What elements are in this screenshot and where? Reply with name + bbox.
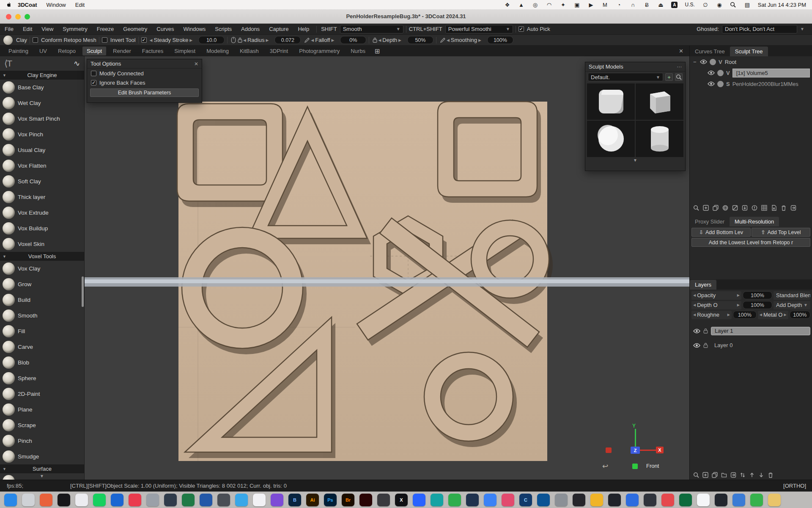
tool-item-vox-flatten[interactable]: Vox Flatten: [0, 158, 84, 174]
zoom-window-button[interactable]: [25, 14, 30, 19]
pencil-icon[interactable]: [440, 37, 446, 43]
menu-file[interactable]: File: [0, 26, 18, 32]
tool-item-vox-pinch[interactable]: Vox Pinch: [0, 127, 84, 142]
ignore-back-faces-checkbox[interactable]: ✓: [91, 80, 96, 86]
tool-item-vox-extrude[interactable]: Vox Extrude: [0, 205, 84, 221]
tree-row-volume5[interactable]: V [1x] Volume5: [690, 67, 812, 78]
minimize-window-button[interactable]: [15, 14, 21, 19]
layer-name[interactable]: Layer 0: [711, 340, 810, 350]
file-x-icon[interactable]: [771, 205, 777, 211]
chevron-down-icon[interactable]: ▼: [800, 27, 804, 31]
dock-app-icon[interactable]: [359, 494, 372, 506]
import-icon[interactable]: [742, 205, 748, 211]
blend-mode-select[interactable]: Standard Blend▼: [774, 291, 810, 300]
headphones-icon[interactable]: ∩: [629, 2, 636, 8]
spotlight-icon[interactable]: [730, 2, 737, 8]
tool-item-pinch[interactable]: Pinch: [0, 433, 84, 449]
apple-menu-icon[interactable]: [6, 2, 12, 8]
section-header-voxel-tools[interactable]: ▼Voxel Tools: [0, 252, 84, 261]
dock-app-icon[interactable]: C: [519, 494, 532, 506]
bluetooth-icon[interactable]: Ƀ: [643, 2, 650, 8]
visibility-eye-icon[interactable]: [693, 343, 700, 348]
tab-kitbash[interactable]: KitBash: [236, 47, 263, 55]
tab-retopo[interactable]: Retopo: [54, 47, 80, 55]
dock-app-icon[interactable]: [22, 494, 35, 506]
falloff-curve-icon[interactable]: [304, 37, 310, 43]
add-top-level-button[interactable]: ⇧Add Top Level: [752, 228, 811, 237]
arc-icon[interactable]: ◠: [546, 2, 552, 8]
layer-name[interactable]: Layer 1: [711, 327, 810, 335]
tool-item-build[interactable]: Build: [0, 292, 84, 308]
menu-edit[interactable]: Edit: [18, 26, 37, 32]
dock-app-icon[interactable]: Br: [342, 494, 354, 506]
layer-row[interactable]: Layer 1: [690, 324, 812, 337]
tool-item-thick-layer[interactable]: Thick layer: [0, 189, 84, 205]
search-icon[interactable]: [693, 205, 699, 211]
menu-symmetry[interactable]: Symmetry: [58, 26, 92, 32]
tab-painting[interactable]: Painting: [4, 47, 33, 55]
lock-icon[interactable]: [703, 328, 708, 334]
trash-icon[interactable]: [781, 205, 787, 211]
lock-icon[interactable]: [373, 37, 377, 43]
export-icon[interactable]: [730, 472, 736, 478]
tab-proxy-slider[interactable]: Proxy Slider: [690, 217, 730, 226]
collapse-icon[interactable]: −: [693, 59, 697, 65]
dock-app-icon[interactable]: Ps: [324, 494, 337, 506]
dock-app-icon[interactable]: [502, 494, 514, 506]
copy-icon[interactable]: [712, 472, 718, 478]
macos-menu-item[interactable]: Window: [47, 2, 66, 8]
window-titlebar[interactable]: PenHolderResampleBug.3b* - 3DCoat 2024.3…: [0, 9, 812, 24]
volume-color-swatch[interactable]: [717, 81, 724, 87]
tab-modeling[interactable]: Modeling: [202, 47, 233, 55]
tab-nurbs[interactable]: Nurbs: [346, 47, 370, 55]
roughness-value[interactable]: 100%: [733, 311, 757, 319]
menu-view[interactable]: View: [37, 26, 58, 32]
dock-app-icon[interactable]: [555, 494, 568, 506]
model-thumb-cylinder[interactable]: [636, 121, 683, 157]
axis-z-handle[interactable]: Z: [631, 447, 640, 454]
input-source-label[interactable]: U.S.: [685, 2, 694, 8]
depth-opacity-value[interactable]: 100%: [743, 301, 772, 309]
visibility-eye-icon[interactable]: [708, 70, 715, 75]
control-center-icon[interactable]: ▤: [744, 2, 751, 8]
smoothing-value[interactable]: 100%: [487, 36, 513, 44]
tab-sculpt-tree[interactable]: Sculpt Tree: [730, 47, 768, 56]
dock-app-icon[interactable]: [626, 494, 639, 506]
smoothing-spinner[interactable]: ◀Smoothing▶: [447, 37, 481, 43]
depth-opacity-spinner[interactable]: ◀Depth O▶: [691, 301, 741, 309]
scroll-down-icon[interactable]: ▼: [585, 158, 685, 163]
dock-app-icon[interactable]: [146, 494, 159, 506]
opacity-spinner[interactable]: ◀Opacity▶: [691, 291, 741, 300]
shift-brush-select[interactable]: Smooth▼: [340, 25, 403, 33]
menu-capture[interactable]: Capture: [264, 26, 293, 32]
modify-connected-checkbox[interactable]: [91, 71, 96, 76]
roughness-spinner[interactable]: ◀Roughne▶: [691, 311, 732, 319]
depth-spinner[interactable]: ◀Depth▶: [378, 37, 401, 43]
dock-app-icon[interactable]: [466, 494, 479, 506]
tab-uv[interactable]: UV: [35, 47, 51, 55]
creative-cloud-icon[interactable]: ◎: [532, 2, 538, 8]
auto-pick-checkbox[interactable]: ✓: [518, 26, 524, 32]
tool-item-2d-paint[interactable]: 2D-Paint: [0, 386, 84, 402]
dropbox-icon[interactable]: ❖: [504, 2, 510, 8]
menu-addons[interactable]: Addons: [236, 26, 264, 32]
tree-node-label[interactable]: PenHolder2000Blur1MMes: [732, 81, 798, 87]
dock-app-icon[interactable]: [537, 494, 550, 506]
conform-retopo-checkbox[interactable]: [33, 37, 38, 43]
dock-app-icon[interactable]: [608, 494, 621, 506]
macos-app-name[interactable]: 3DCoat: [18, 2, 37, 8]
tool-item-vox-buildup[interactable]: Vox Buildup: [0, 221, 84, 236]
steady-stroke-spinner[interactable]: ◀Steady Stroke▶: [150, 37, 193, 43]
visibility-eye-icon[interactable]: [700, 59, 707, 64]
tool-item-wet-clay[interactable]: Wet Clay: [0, 95, 84, 111]
menu-help[interactable]: Help: [293, 26, 314, 32]
dock-app-icon[interactable]: [732, 494, 745, 506]
input-source-icon[interactable]: A: [671, 2, 678, 8]
volume-color-swatch[interactable]: [717, 70, 724, 76]
dock-app-icon[interactable]: [58, 494, 70, 506]
export-icon[interactable]: [790, 205, 796, 211]
visibility-eye-icon[interactable]: [693, 329, 700, 334]
section-header-clay-engine[interactable]: ▼Clay Engine: [0, 71, 84, 80]
copy-icon[interactable]: [713, 205, 719, 211]
dock-app-icon[interactable]: [40, 494, 52, 506]
